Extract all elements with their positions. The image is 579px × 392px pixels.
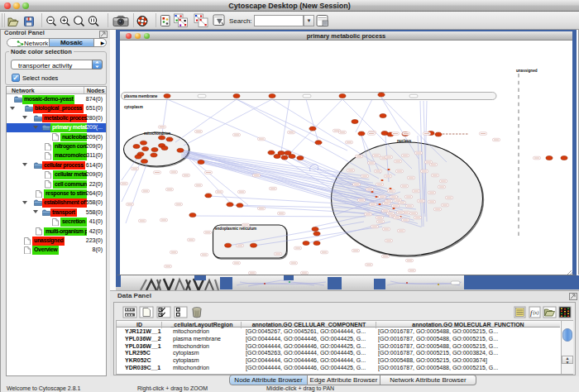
svg-text:mitochondrion: mitochondrion (144, 131, 170, 136)
svg-text:unassigned: unassigned (516, 69, 538, 73)
svg-text:plasma membrane: plasma membrane (124, 94, 158, 98)
svg-text:endoplasmic reticulum: endoplasmic reticulum (215, 227, 256, 231)
svg-text:nucleus: nucleus (397, 139, 412, 143)
svg-text:(x): (x) (534, 310, 539, 316)
svg-text:cytoplasm: cytoplasm (124, 105, 143, 109)
